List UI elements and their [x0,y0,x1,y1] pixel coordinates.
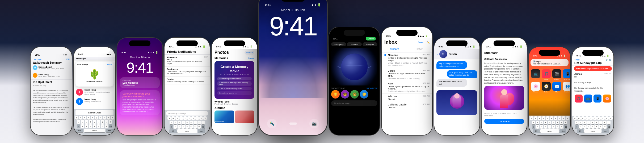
phone3-caption: Carefully capturing your precious moment… [123,92,157,98]
writing-tools-desc: Proofread · Rewrite · Source [214,103,254,105]
albums-label: Albums [214,106,225,109]
memories-label: Memories [214,56,228,60]
mail-item-4[interactable]: Aditi Jain 9:10 AM Check in [382,94,432,102]
app-icon-appstore[interactable]: 📱 App Store [563,69,570,80]
phone12-notification-banner[interactable]: Your mom's flight lands at 11:18 AM. [574,66,612,71]
suggestion-avatar-4[interactable]: 😄 [360,90,368,99]
photos-create-btn[interactable]: Create [248,57,254,59]
chat-msg-2: It's a good thing I love that cat as muc… [436,70,477,78]
app-icon-tv[interactable]: 📺 TV [531,69,540,80]
phone12-archive-btn[interactable]: 🗑️ [605,59,608,61]
phone7-wrapper: 9:41 Done Group party Sunnies Wooly Nat [329,27,380,135]
phone11-wrapper: 9:41 ▲▲▲ 🔋 ✈️ Flight Your mom's flight l… [529,47,570,135]
phone3-person-subtitle: Yoga Instructor [123,84,157,86]
phone9: 9:41 ▲▲▲ 🔋 ‹ S Susan Hey s [434,38,479,135]
phone3-time-display: 9:41 [117,60,162,75]
phone9-wrapper: 9:41 ▲▲▲ 🔋 ‹ S Susan Hey s [434,38,479,135]
phone7: 9:41 Done Group party Sunnies Wooly Nat [329,27,380,135]
phone12: 9:41 ▲▲▲ 🔋 ‹ Inbox 🗑️ ↩️ Re: Sunday pi [572,47,613,135]
phone8-screen: 9:41 ▲▲▲ 🔋 Inbox Select ✏️ Primary [382,27,432,135]
siri-suggestions-label: SUGGESTIONS [331,87,345,89]
siri-btn2[interactable]: Sunnies [347,42,362,46]
phone9-contact-name: Susan [449,53,457,56]
phone1-address: 212 Opal Street [31,80,72,84]
mail-item-2[interactable]: United 9:40 AM Check-in for flight to Ne… [382,68,432,81]
insert-label[interactable]: Insert [107,63,112,65]
siri-show-more-btn[interactable]: SHOW MORE [366,87,377,89]
phone12-sender: James [574,73,582,75]
phone4-header: Priority Notifications [165,49,210,55]
phone12-wrapper: 9:41 ▲▲▲ 🔋 ‹ Inbox 🗑️ ↩️ Re: Sunday pi [572,47,613,135]
suggestion-avatar-3[interactable]: 🤓 [350,90,359,99]
phone5-wrapper: 9:41 ▲▲▲ 🔋 Photos Search Memories [212,38,257,135]
phone10-summary-image [484,86,524,110]
phone6-flashlight-btn[interactable]: 🔦 [267,119,277,128]
phone2-icons: ●●● [107,53,111,56]
mail-tab-other[interactable]: Other [407,46,432,52]
phone4-type-label[interactable]: Describe your change... [166,111,208,116]
suggestion-avatar-1[interactable]: 😊 [331,90,340,99]
app-icon-contacts[interactable]: 👥 Contacts [563,82,570,93]
chat-msg-1: Hey should you look at that call as much… [436,61,477,69]
phone7-image-area [331,48,377,85]
phone11: 9:41 ▲▲▲ 🔋 ✈️ Flight Your mom's flight l… [529,47,570,135]
msg-avatar-1: I [76,89,83,96]
phone12-back-btn[interactable]: ‹ Inbox [574,59,580,61]
phone3-wrapper: 9:41 ▲▲▲ 🔋 Mon 9 ✦ Tiburon 9:41 From Lui… [117,38,162,135]
app-icon-mail[interactable]: ✉️ Mail [552,82,561,93]
mail-tab-primary[interactable]: Primary [382,46,407,52]
phone7-time: 9:41 [333,37,338,40]
phone2: 9:41 ●●● Messages New Emoji Insert [74,47,115,135]
phone7-input[interactable]: Describe an image... [331,100,377,106]
phone2-wrapper: 9:41 ●●● Messages New Emoji Insert [74,47,115,135]
phone3-person-name: Luis Codeque [123,81,157,84]
phone10-yes-btn[interactable]: Yes, let info [484,119,524,124]
phone8-compose-btn[interactable]: ✏️ [427,41,430,44]
phone12-app-2[interactable]: 📺 [584,95,592,103]
phone2-time: 9:41 [78,53,83,56]
phone6-home-indicator[interactable] [289,122,297,125]
siri-btn3[interactable]: Wooly Nat [363,42,377,46]
msg-row-1[interactable]: I Ivana Hong Here's what I found from Iv… [74,88,115,97]
phone11-notification[interactable]: ✈️ Flight Your mom's flight lands at 11:… [531,59,569,66]
mail-item-3[interactable]: Kate 9:38 AM Don't forget to get coffee … [382,81,432,94]
phone11-app-grid: 📺 TV 🎵 Music 🎬 iTunes 📱 [529,67,570,94]
app-icon-safari[interactable]: 🧭 Safari [542,82,551,93]
msg-row-2[interactable]: I Ivana Hong Priority Notifications [74,97,115,106]
phone12-app-3[interactable]: 📱 [594,95,602,103]
msg-text-2: Ivana Hong Priority Notifications [85,98,113,103]
phone12-app-1[interactable]: 🎵 [574,95,583,103]
phone11-screen: 9:41 ▲▲▲ 🔋 ✈️ Flight Your mom's flight l… [529,47,570,135]
phone7-screen: 9:41 Done Group party Sunnies Wooly Nat [329,27,380,135]
phone8-time: 9:41 [386,35,391,37]
phone7-done-btn[interactable]: Done [366,37,376,40]
phone6-camera-btn[interactable]: 📷 [309,119,319,128]
photos-search-btn[interactable]: Search [245,51,254,55]
phone8: 9:41 ▲▲▲ 🔋 Inbox Select ✏️ Primary [382,27,432,135]
phone1-time: 9:41 [35,54,40,56]
phone10-screen: 9:41 ▲▲▲ 🔋 Summary Call with Francesco F… [482,38,527,135]
phone8-inbox-title: Inbox [384,39,397,45]
phone1-screen: 9:41 ●●● ‹ Messages Edit Walkthrough Sum… [31,47,72,135]
app-icon-music[interactable]: 🎵 Music [542,69,551,80]
phone12-subject: Re: Sunday pick-up [574,61,611,64]
msg-text-1: Ivana Hong Here's what I found from Ivan… [85,89,113,95]
phone6-hero: 9:41 ▲ ● 🔋 Mon 9 ✦ Tiburon 9:41 🔦 [259,0,327,135]
phone1-title: Walkthrough Summary [31,61,72,65]
phone9-contact-avatar: S [439,50,447,58]
phone4-time: 8:41 [169,45,174,48]
phone12-app-4[interactable]: 🌸 [603,95,611,103]
mail-item-1[interactable]: Florence 9:41 AM Invited to Colkap soft … [382,52,432,68]
phone3-location: Mon 9 ✦ Tiburon [117,56,162,59]
suggestion-avatar-2[interactable]: 😎 [341,90,349,99]
app-icon-photos[interactable]: 🌸 Photos [531,82,540,93]
app-icon-itunes[interactable]: 🎬 iTunes [552,69,561,80]
phone9-back-btn[interactable]: ‹ [437,53,438,55]
new-emoji-label: New Emoji [77,63,88,66]
phone12-reply-btn[interactable]: ↩️ [609,59,611,61]
memory-subtitle: WITH JUST A DESCRIPTION [217,73,252,75]
phone8-select-btn[interactable]: Select [418,41,424,44]
siri-btn1[interactable]: Group party [331,42,346,46]
mail-item-5[interactable]: Guillermo Castillo 9:10 AM Check in [382,102,432,110]
phone1-icons: ●●● [63,54,68,56]
